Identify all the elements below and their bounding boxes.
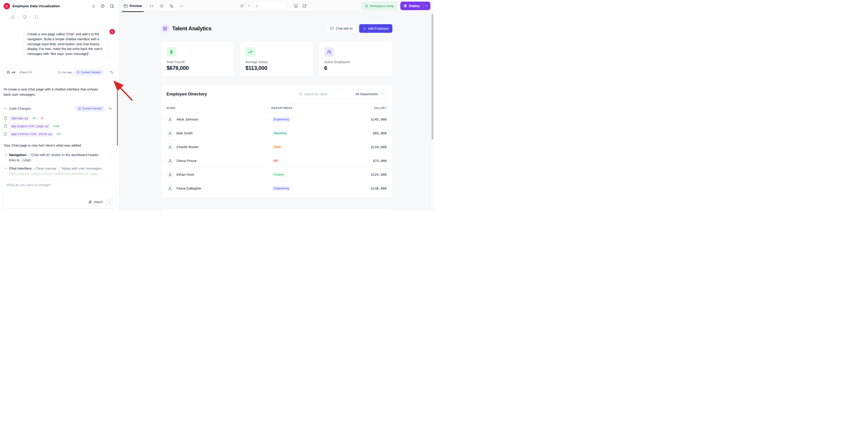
employee-directory-card: Employee Directory All Departments <box>161 84 393 198</box>
layout-grid-icon <box>6 70 10 74</box>
department-badge: Sales <box>271 145 283 150</box>
employee-table: NAME DEPARTMENT SALARY Alice Johnson Eng… <box>161 103 392 197</box>
table-row[interactable]: Ethan Hunt Finance $125,000 <box>167 168 387 182</box>
add-employee-button[interactable]: Add Employee <box>359 24 392 33</box>
monitor-icon <box>294 4 298 8</box>
user-message-bubble: Create a new page called "Chat" and add … <box>24 29 107 60</box>
composer-card: Attach ↑ <box>2 180 117 209</box>
stat-label: Total Payroll <box>167 60 229 64</box>
diff-separator: / <box>37 117 38 120</box>
comment-button[interactable] <box>34 14 39 20</box>
paperclip-icon <box>88 200 92 204</box>
table-row[interactable]: Diana Prince HR $75,000 <box>167 154 387 168</box>
preview-scrollbar[interactable] <box>431 12 434 211</box>
send-button[interactable]: ↑ <box>106 198 113 206</box>
column-header-salary: SALARY <box>345 107 387 110</box>
table-row[interactable]: Bob Smith Marketing $85,000 <box>167 126 387 140</box>
department-badge: Engineering <box>271 186 291 191</box>
chevron-down-icon <box>247 4 250 7</box>
thumbs-up-icon <box>11 15 15 19</box>
chat-scrollbar-thumb[interactable] <box>117 91 118 146</box>
attach-button[interactable]: Attach <box>88 200 103 204</box>
directory-title: Employee Directory <box>167 92 207 96</box>
department-badge: Engineering <box>271 117 291 122</box>
code-icon <box>150 4 154 8</box>
view-tabs: Preview <box>119 0 147 12</box>
gear-icon <box>365 4 368 8</box>
search-input[interactable] <box>296 90 350 99</box>
restore-version-button[interactable] <box>108 69 115 76</box>
department-badge: HR <box>271 158 280 163</box>
workspace-status-badge[interactable]: Workspace ready <box>361 2 398 10</box>
toggle-panel-button[interactable] <box>108 3 115 9</box>
workflow-view-button[interactable] <box>168 2 176 10</box>
stat-label: Average Salary <box>245 60 308 64</box>
undo-icon <box>110 70 114 74</box>
refresh-button[interactable] <box>238 2 246 10</box>
expand-collapse-button[interactable] <box>90 3 97 9</box>
version-separator: · <box>17 70 18 74</box>
thumbs-up-button[interactable] <box>10 14 16 20</box>
employee-avatar <box>167 185 174 192</box>
stat-card-active-employees: Active Employees 6 <box>319 41 393 77</box>
changed-file-row[interactable]: app/app.py +8 / -5 <box>4 116 115 121</box>
restore-code-button[interactable] <box>107 105 114 112</box>
url-history-dropdown[interactable] <box>246 2 252 10</box>
file-path-chip[interactable]: app/states/chat_state.py <box>9 131 54 137</box>
chat-panel-header: C Employee Data Visualization <box>0 0 119 12</box>
more-options-button[interactable] <box>178 2 185 10</box>
deploy-main[interactable]: Deploy <box>400 2 423 10</box>
code-view-button[interactable] <box>148 2 156 10</box>
department-badge: Marketing <box>271 131 289 136</box>
table-body: Alice Johnson Engineering $145,000 Bob S… <box>167 113 387 195</box>
employee-avatar <box>167 157 174 164</box>
employee-name: Ethan Hunt <box>177 173 194 177</box>
workspace-status-label: Workspace ready <box>370 4 394 8</box>
viewport-controls <box>292 2 308 9</box>
employee-salary: $85,000 <box>345 131 387 135</box>
refresh-icon <box>240 4 244 8</box>
device-preview-button[interactable] <box>292 2 300 9</box>
scroll-to-bottom-button[interactable]: ↓ <box>56 167 62 174</box>
directory-controls: All Departments <box>296 90 387 99</box>
tasks-view-button[interactable] <box>158 2 165 10</box>
workspace-avatar[interactable]: C <box>4 3 10 9</box>
employee-avatar <box>167 144 174 150</box>
deploy-options-button[interactable] <box>423 2 430 10</box>
tab-preview[interactable]: Preview <box>119 0 147 12</box>
inline-code-chip: /chat <box>21 158 32 162</box>
stat-value: $113,000 <box>245 65 308 71</box>
chat-with-ai-button[interactable]: Chat with AI <box>327 24 356 33</box>
employee-salary: $110,000 <box>345 145 387 149</box>
next-section-card <box>161 209 393 211</box>
current-version-label: Current Version <box>81 71 101 74</box>
department-filter-select[interactable]: All Departments <box>352 90 387 99</box>
url-input[interactable]: / <box>253 2 286 10</box>
thumbs-down-button[interactable] <box>22 14 27 20</box>
changed-file-row[interactable]: app/pages/chat_page.py +124 <box>4 123 115 129</box>
search-box <box>296 90 350 99</box>
open-in-new-tab-button[interactable] <box>301 2 308 9</box>
version-label: v4 <box>12 70 15 74</box>
file-icon <box>4 117 7 120</box>
file-path-chip[interactable]: app/pages/chat_page.py <box>9 123 51 129</box>
version-card[interactable]: v4 · 45ee7c9 11 min ago Current Version <box>4 68 106 77</box>
help-button[interactable] <box>99 3 106 9</box>
preview-scrollbar-thumb[interactable] <box>432 14 433 140</box>
file-icon <box>4 124 7 128</box>
chat-input[interactable] <box>6 183 113 198</box>
table-row[interactable]: Charlie Brown Sales $110,000 <box>167 140 387 154</box>
chevron-down-icon <box>425 4 428 7</box>
file-path-chip[interactable]: app/app.py <box>9 116 30 121</box>
changed-file-row[interactable]: app/states/chat_state.py +37 <box>4 131 115 137</box>
table-row[interactable]: Fiona Gallagher Engineering $138,000 <box>167 182 387 195</box>
bullet-title: Chat Interface <box>9 167 32 170</box>
deploy-button[interactable]: Deploy <box>400 2 430 10</box>
app-logo-icon <box>161 24 169 33</box>
code-changes-header[interactable]: Code Changes Current Version <box>4 105 115 112</box>
stat-card-average-salary: Average Salary $113,000 <box>240 41 313 77</box>
composer-area: Attach ↑ <box>0 180 119 211</box>
table-header-row: NAME DEPARTMENT SALARY <box>167 103 387 113</box>
version-timestamp: 11 min ago <box>58 70 72 74</box>
table-row[interactable]: Alice Johnson Engineering $145,000 <box>167 113 387 126</box>
